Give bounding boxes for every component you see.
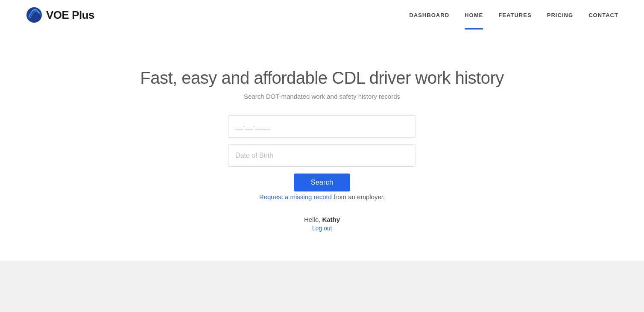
hero-title: Fast, easy and affordable CDL driver wor… — [140, 68, 503, 88]
nav-item-pricing[interactable]: PRICING — [547, 12, 573, 18]
search-button[interactable]: Search — [294, 174, 351, 191]
nav-item-contact[interactable]: CONTACT — [588, 12, 618, 18]
search-form: Search — [228, 115, 416, 191]
hero-subtitle: Search DOT-mandated work and safety hist… — [244, 93, 400, 100]
user-name: Kathy — [322, 216, 340, 223]
missing-record-link[interactable]: Request a missing record — [259, 193, 332, 200]
ssn-input[interactable] — [228, 115, 416, 138]
dob-input[interactable] — [228, 144, 416, 167]
logo-icon — [26, 6, 43, 24]
logo[interactable]: VOE Plus — [26, 6, 94, 24]
hello-label: Hello, — [304, 216, 322, 223]
logout-link[interactable]: Log out — [304, 225, 340, 232]
nav-item-home[interactable]: HOME — [465, 12, 483, 18]
user-section: Hello, Kathy Log out — [304, 216, 340, 232]
missing-record-suffix: from an employer. — [332, 193, 385, 200]
main-nav: DASHBOARD HOME FEATURES PRICING CONTACT — [409, 12, 618, 18]
logo-text: VOE Plus — [46, 9, 94, 22]
footer-gray — [0, 261, 644, 312]
main-content: Fast, easy and affordable CDL driver wor… — [0, 30, 644, 257]
header: VOE Plus DASHBOARD HOME FEATURES PRICING… — [0, 0, 644, 30]
nav-item-features[interactable]: FEATURES — [498, 12, 531, 18]
hello-text: Hello, Kathy — [304, 216, 340, 223]
nav-item-dashboard[interactable]: DASHBOARD — [409, 12, 449, 18]
missing-record-text: Request a missing record from an employe… — [259, 193, 385, 200]
